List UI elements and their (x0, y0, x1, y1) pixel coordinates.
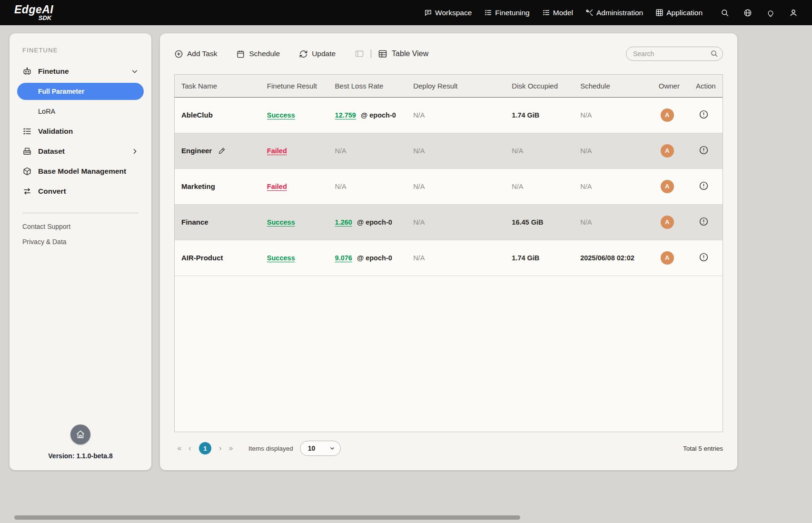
nav-item-label: Administration (596, 9, 643, 17)
loss-epoch: @ epoch-0 (357, 218, 392, 226)
column-header-task-name: Task Name (175, 75, 261, 97)
finetune-result-link[interactable]: Failed (267, 147, 287, 155)
search-icon[interactable] (721, 9, 729, 17)
sidebar-item-lora[interactable]: LoRA (17, 103, 144, 120)
globe-icon[interactable] (743, 9, 752, 17)
pagination-bar: « ‹ 1 › » Items displayed 10 Total 5 ent… (174, 440, 723, 457)
update-label: Update (312, 49, 336, 58)
nav-item-finetuning[interactable]: Finetuning (484, 9, 529, 17)
prev-page-button[interactable]: ‹ (185, 444, 195, 453)
nav-item-label: Application (666, 9, 703, 17)
best-loss-link[interactable]: 12.759 (335, 111, 356, 119)
first-page-button[interactable]: « (174, 444, 185, 453)
page-size-select-wrap: 10 (300, 441, 341, 456)
update-button[interactable]: Update (299, 49, 336, 59)
sidebar-item-convert[interactable]: Convert (16, 181, 145, 201)
task-action-icon[interactable] (699, 217, 709, 227)
schedule-value: N/A (580, 218, 592, 226)
json-file-icon: JSON (22, 147, 32, 156)
task-table: Task Name Finetune Result Best Loss Rate… (175, 75, 723, 276)
deploy-result-value: N/A (413, 254, 425, 262)
task-action-icon[interactable] (699, 181, 709, 191)
nav-item-administration[interactable]: Administration (585, 9, 643, 17)
table-row[interactable]: AIR-Product Success 9.076 @ epoch-0 N/A … (175, 240, 723, 276)
next-page-button[interactable]: › (215, 444, 226, 453)
nav-item-label: Model (553, 9, 573, 17)
table-row[interactable]: Marketing Failed N/A N/A N/A N/A A (175, 168, 723, 204)
items-displayed-label: Items displayed (248, 445, 293, 452)
deploy-result-value: N/A (413, 147, 425, 155)
best-loss-link[interactable]: 9.076 (335, 254, 352, 262)
refresh-icon (299, 49, 308, 59)
schedule-value: N/A (580, 111, 592, 119)
table-body: AbleClub Success 12.759 @ epoch-0 N/A 1.… (175, 97, 723, 276)
sidebar-item-dataset[interactable]: JSON Dataset (16, 141, 145, 161)
finetune-result-link[interactable]: Success (267, 111, 295, 119)
finetune-result-link[interactable]: Success (267, 254, 295, 262)
sidebar-item-validation[interactable]: Validation (16, 121, 145, 141)
search-input[interactable] (626, 47, 723, 61)
home-button[interactable] (70, 424, 90, 444)
sidebar-section-title: FINETUNE (16, 47, 145, 54)
home-icon (76, 430, 85, 439)
nav-item-application[interactable]: Application (655, 9, 703, 17)
page-size-select[interactable]: 10 (300, 441, 341, 456)
edit-pencil-icon[interactable] (218, 147, 226, 155)
add-task-button[interactable]: Add Task (174, 49, 217, 59)
nav-item-label: Finetuning (495, 9, 529, 17)
task-action-icon[interactable] (699, 252, 709, 262)
lightbulb-icon[interactable] (766, 9, 775, 17)
owner-avatar[interactable]: A (661, 144, 674, 158)
user-icon[interactable] (789, 9, 798, 17)
nav-item-label: Workspace (435, 9, 472, 17)
task-name: AIR-Product (181, 254, 223, 262)
table-view-button[interactable]: Table View (378, 49, 428, 59)
sidebar-item-label: Finetune (38, 67, 69, 76)
chat-bubble-icon (424, 9, 432, 17)
horizontal-scrollbar[interactable] (14, 515, 520, 520)
best-loss-link[interactable]: 1.260 (335, 218, 352, 226)
deploy-result-value: N/A (413, 111, 425, 119)
contact-support-link[interactable]: Contact Support (16, 223, 145, 230)
card-view-icon[interactable] (355, 49, 364, 59)
owner-avatar[interactable]: A (661, 109, 674, 122)
table-row[interactable]: Engineer Failed N/A N/A N/A N/A A (175, 133, 723, 168)
finetune-result-link[interactable]: Failed (267, 183, 287, 190)
checklist-icon (22, 127, 32, 136)
finetune-result-link[interactable]: Success (267, 218, 295, 226)
deploy-result-value: N/A (413, 183, 425, 190)
nav-item-workspace[interactable]: Workspace (424, 9, 472, 17)
version-label: Version: 1.1.0-beta.8 (48, 452, 112, 460)
task-action-icon[interactable] (699, 109, 709, 119)
task-action-icon[interactable] (699, 145, 709, 155)
owner-avatar[interactable]: A (661, 180, 674, 193)
sidebar-item-base-model-management[interactable]: Base Model Management (16, 161, 145, 181)
toolbar-separator (371, 49, 371, 58)
sidebar-subitem-label: Full Parameter (38, 88, 84, 95)
sidebar-item-label: Convert (38, 187, 66, 196)
disk-occupied-value: 1.74 GiB (512, 254, 539, 262)
owner-avatar[interactable]: A (661, 216, 674, 229)
privacy-data-link[interactable]: Privacy & Data (16, 238, 145, 246)
sidebar-item-finetune[interactable]: Finetune (16, 61, 145, 81)
add-task-label: Add Task (187, 49, 217, 58)
column-header-best-loss-rate: Best Loss Rate (329, 75, 408, 97)
loss-epoch: @ epoch-0 (357, 254, 392, 262)
disk-occupied-value: 16.45 GiB (512, 218, 543, 226)
last-page-button[interactable]: » (226, 444, 236, 453)
table-view-label: Table View (392, 49, 428, 58)
brand-logo[interactable]: EdgeAI SDK (14, 4, 53, 21)
disk-occupied-value: N/A (512, 147, 523, 155)
page-number-button[interactable]: 1 (199, 442, 211, 454)
table-row[interactable]: AbleClub Success 12.759 @ epoch-0 N/A 1.… (175, 97, 723, 133)
sidebar-divider (22, 213, 139, 213)
sidebar-item-full-parameter[interactable]: Full Parameter (17, 83, 144, 100)
grid-icon (655, 9, 663, 17)
sidebar-footer: Version: 1.1.0-beta.8 (16, 424, 145, 460)
table-row[interactable]: Finance Success 1.260 @ epoch-0 N/A 16.4… (175, 204, 723, 240)
owner-avatar[interactable]: A (661, 251, 674, 265)
svg-text:JSON: JSON (24, 151, 30, 154)
total-entries-label: Total 5 entries (683, 445, 723, 452)
schedule-button[interactable]: Schedule (236, 49, 280, 59)
nav-item-model[interactable]: Model (542, 9, 573, 17)
